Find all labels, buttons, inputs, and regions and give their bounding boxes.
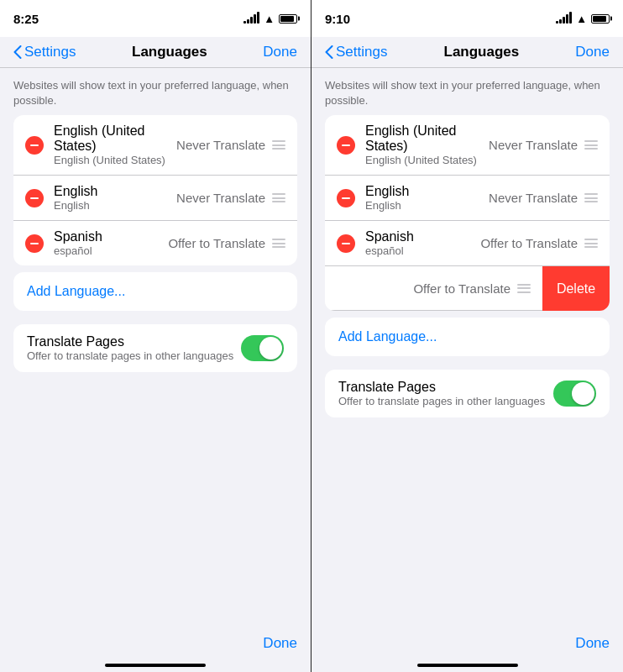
left-lang-english-us-option[interactable]: Never Translate <box>176 138 265 152</box>
right-translate-pages-toggle[interactable] <box>553 381 596 407</box>
left-remove-spanish-button[interactable] <box>25 234 44 253</box>
right-lang-english-us-name: English (United States) <box>365 123 489 154</box>
right-back-button[interactable]: Settings <box>325 44 387 60</box>
left-wifi-icon: ▲ <box>264 13 275 25</box>
left-status-bar: 8:25 ▲ <box>0 0 311 37</box>
right-wifi-icon: ▲ <box>576 13 587 25</box>
right-toggle-knob <box>572 382 594 405</box>
right-phone-screen: 9:10 ▲ Settings Languages Done Websi <box>312 0 623 672</box>
left-signal-icon <box>243 13 259 24</box>
right-bottom-done-button[interactable]: Done <box>575 635 610 652</box>
left-lang-english-name: English <box>54 184 176 199</box>
right-translate-pages-sub: Offer to translate pages in other langua… <box>338 395 553 407</box>
right-status-time: 9:10 <box>325 12 350 26</box>
right-home-indicator <box>417 664 518 667</box>
right-translate-pages-title: Translate Pages <box>338 380 553 395</box>
right-nav-title: Languages <box>444 44 520 60</box>
right-reorder-english-us-icon[interactable] <box>584 140 598 150</box>
left-add-language-button[interactable]: Add Language... <box>13 272 297 311</box>
right-lang-english-option[interactable]: Never Translate <box>489 191 578 205</box>
right-battery-icon <box>591 14 610 24</box>
left-lang-item-english: English English Never Translate <box>13 176 297 221</box>
left-translate-pages-sub: Offer to translate pages in other langua… <box>27 349 241 362</box>
right-lang-english-text: English English <box>365 184 489 212</box>
right-lang-english-us-option[interactable]: Never Translate <box>489 138 578 152</box>
right-remove-spanish-button[interactable] <box>337 234 355 253</box>
right-back-label: Settings <box>336 44 387 60</box>
left-translate-pages-toggle[interactable] <box>241 335 284 361</box>
left-status-time: 8:25 <box>13 12 39 26</box>
left-lang-spanish-sub: español <box>54 244 168 257</box>
right-languages-list: English (United States) English (United … <box>325 115 610 311</box>
right-status-icons: ▲ <box>556 13 610 25</box>
right-translate-pages-item: Translate Pages Offer to translate pages… <box>325 370 610 417</box>
left-lang-spanish-option[interactable]: Offer to Translate <box>168 236 265 250</box>
left-add-language-card: Add Language... <box>13 272 297 311</box>
left-translate-pages-card: Translate Pages Offer to translate pages… <box>13 324 297 372</box>
left-lang-english-text: English English <box>54 184 176 212</box>
left-toggle-knob <box>259 337 282 360</box>
right-lang-french-name: ench <box>325 275 413 289</box>
left-bottom-done-button[interactable]: Done <box>263 635 297 652</box>
left-lang-english-us-sub: English (United States) <box>54 154 176 166</box>
right-reorder-english-icon[interactable] <box>584 193 598 202</box>
right-lang-spanish-name: Spanish <box>365 229 480 244</box>
left-lang-item-spanish: Spanish español Offer to Translate <box>13 221 297 265</box>
left-back-button[interactable]: Settings <box>13 44 76 60</box>
right-delete-french-button[interactable]: Delete <box>542 266 610 311</box>
left-translate-pages-text: Translate Pages Offer to translate pages… <box>27 334 241 362</box>
right-add-language-card: Add Language... <box>325 318 610 356</box>
left-remove-english-us-button[interactable] <box>25 136 44 155</box>
left-description: Websites will show text in your preferre… <box>0 68 311 115</box>
left-nav-title: Languages <box>132 44 207 60</box>
right-lang-french-text: ench nçais <box>325 275 413 302</box>
right-lang-item-spanish: Spanish español Offer to Translate <box>325 221 610 266</box>
left-reorder-english-us-icon[interactable] <box>272 140 285 150</box>
left-phone-screen: 8:25 ▲ Settings Languages Done Websi <box>0 0 312 672</box>
left-back-label: Settings <box>24 44 76 60</box>
right-lang-french-option[interactable]: Offer to Translate <box>413 281 510 296</box>
left-translate-pages-item: Translate Pages Offer to translate pages… <box>13 324 297 372</box>
left-translate-pages-title: Translate Pages <box>27 334 241 349</box>
left-reorder-spanish-icon[interactable] <box>272 239 285 248</box>
left-lang-english-us-text: English (United States) English (United … <box>54 123 176 166</box>
left-lang-english-sub: English <box>54 199 176 212</box>
left-lang-english-us-name: English (United States) <box>54 123 176 154</box>
right-translate-pages-text: Translate Pages Offer to translate pages… <box>338 380 553 407</box>
right-nav-done-button[interactable]: Done <box>575 44 610 60</box>
right-lang-french-sub: nçais <box>325 289 413 302</box>
left-reorder-english-icon[interactable] <box>272 193 285 202</box>
right-lang-english-sub: English <box>365 199 489 212</box>
right-nav-bar: Settings Languages Done <box>312 37 623 68</box>
left-languages-list: English (United States) English (United … <box>13 115 297 265</box>
right-lang-spanish-sub: español <box>365 244 480 257</box>
right-description: Websites will show text in your preferre… <box>312 68 623 115</box>
left-lang-english-option[interactable]: Never Translate <box>176 191 265 205</box>
right-translate-pages-card: Translate Pages Offer to translate pages… <box>325 370 610 417</box>
right-lang-english-name: English <box>365 184 489 199</box>
left-lang-spanish-name: Spanish <box>54 229 168 244</box>
left-battery-icon <box>279 14 297 24</box>
right-remove-english-us-button[interactable] <box>337 136 355 155</box>
left-lang-spanish-text: Spanish español <box>54 229 168 257</box>
right-signal-icon <box>556 13 572 24</box>
right-lang-item-english: English English Never Translate <box>325 176 610 221</box>
left-home-indicator <box>105 664 206 667</box>
left-nav-bar: Settings Languages Done <box>0 37 311 68</box>
right-lang-french-content: ench nçais Offer to Translate <box>325 266 542 311</box>
right-add-language-button[interactable]: Add Language... <box>325 318 610 356</box>
right-reorder-spanish-icon[interactable] <box>584 239 598 248</box>
left-status-icons: ▲ <box>243 13 297 25</box>
right-lang-english-us-text: English (United States) English (United … <box>365 123 489 166</box>
right-lang-item-english-us: English (United States) English (United … <box>325 115 610 176</box>
left-nav-done-button[interactable]: Done <box>263 44 297 60</box>
right-lang-english-us-sub: English (United States) <box>365 154 489 166</box>
right-lang-spanish-text: Spanish español <box>365 229 480 257</box>
right-remove-english-button[interactable] <box>337 189 355 207</box>
left-lang-item-english-us: English (United States) English (United … <box>13 115 297 176</box>
right-lang-item-french-swipe: ench nçais Offer to Translate Delete <box>325 266 610 311</box>
right-lang-spanish-option[interactable]: Offer to Translate <box>480 236 578 250</box>
right-reorder-french-icon[interactable] <box>517 284 531 293</box>
left-remove-english-button[interactable] <box>25 189 44 207</box>
right-status-bar: 9:10 ▲ <box>312 0 623 37</box>
